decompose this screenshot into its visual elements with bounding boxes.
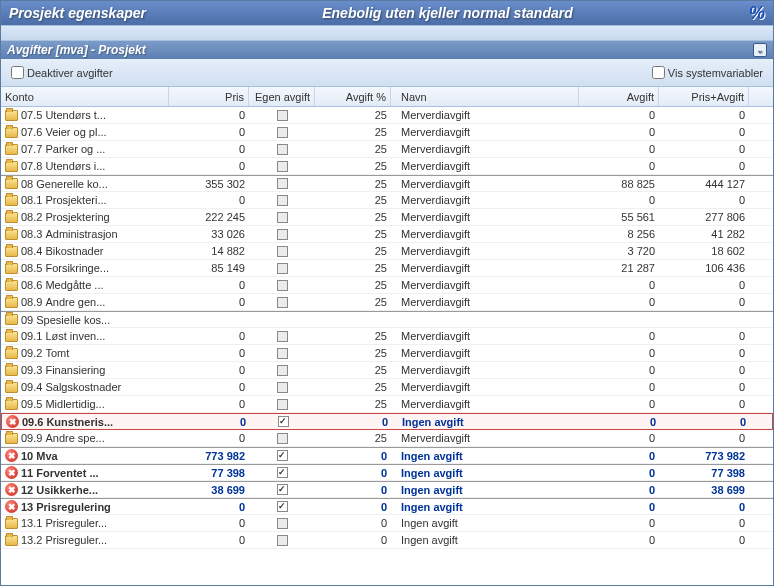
- cell-egen[interactable]: [249, 176, 315, 191]
- egen-checkbox[interactable]: [277, 382, 288, 393]
- egen-checkbox[interactable]: [277, 127, 288, 138]
- egen-checkbox[interactable]: [277, 433, 288, 444]
- section-subheader[interactable]: Avgifter [mva] - Prosjekt ⌄: [1, 41, 773, 59]
- cell-avgift: 3 720: [579, 243, 659, 259]
- egen-checkbox[interactable]: [277, 212, 288, 223]
- table-row[interactable]: 08.4 Bikostnader14 88225Merverdiavgift3 …: [1, 243, 773, 260]
- table-row[interactable]: 08.9 Andre gen...025Merverdiavgift00: [1, 294, 773, 311]
- cell-egen[interactable]: [249, 124, 315, 140]
- cell-egen[interactable]: [249, 141, 315, 157]
- cell-navn: [391, 312, 579, 327]
- cell-egen[interactable]: [249, 362, 315, 378]
- egen-checkbox[interactable]: ✓: [277, 450, 288, 461]
- egen-checkbox[interactable]: [277, 399, 288, 410]
- cell-egen[interactable]: [249, 277, 315, 293]
- cell-egen[interactable]: [249, 328, 315, 344]
- col-avgpct[interactable]: Avgift %: [315, 87, 391, 106]
- cell-egen[interactable]: [249, 294, 315, 310]
- cell-egen[interactable]: ✓: [249, 465, 315, 480]
- cell-egen[interactable]: [249, 226, 315, 242]
- egen-checkbox[interactable]: ✓: [278, 416, 289, 427]
- cell-egen[interactable]: [249, 243, 315, 259]
- egen-checkbox[interactable]: ✓: [277, 467, 288, 478]
- col-prisavg[interactable]: Pris+Avgift: [659, 87, 749, 106]
- table-row[interactable]: ✖12 Usikkerhe...38 699✓0Ingen avgift038 …: [1, 481, 773, 498]
- table-row[interactable]: 09.3 Finansiering025Merverdiavgift00: [1, 362, 773, 379]
- row-name: Mva: [36, 450, 57, 462]
- egen-checkbox[interactable]: [277, 229, 288, 240]
- egen-checkbox[interactable]: [277, 110, 288, 121]
- cell-egen[interactable]: [249, 107, 315, 123]
- egen-checkbox[interactable]: [277, 535, 288, 546]
- table-row[interactable]: ✖09.6 Kunstneris...0✓0Ingen avgift00: [1, 413, 773, 430]
- cell-egen[interactable]: [249, 260, 315, 276]
- egen-checkbox[interactable]: [277, 144, 288, 155]
- table-row[interactable]: 13.2 Prisreguler...00Ingen avgift00: [1, 532, 773, 549]
- deactivate-checkbox[interactable]: Deaktiver avgifter: [11, 66, 113, 79]
- cell-egen[interactable]: [249, 396, 315, 412]
- table-row[interactable]: 08.3 Administrasjon33 02625Merverdiavgif…: [1, 226, 773, 243]
- cell-egen[interactable]: [249, 209, 315, 225]
- egen-checkbox[interactable]: ✓: [277, 501, 288, 512]
- egen-checkbox[interactable]: [277, 297, 288, 308]
- table-row[interactable]: 07.8 Utendørs i...025Merverdiavgift00: [1, 158, 773, 175]
- cell-egen[interactable]: [249, 312, 315, 327]
- table-row[interactable]: 09.1 Løst inven...025Merverdiavgift00: [1, 328, 773, 345]
- collapse-icon[interactable]: ⌄: [753, 43, 767, 57]
- egen-checkbox[interactable]: [277, 518, 288, 529]
- cell-egen[interactable]: ✓: [250, 414, 316, 429]
- table-row[interactable]: ✖13 Prisregulering0✓0Ingen avgift00: [1, 498, 773, 515]
- cell-egen[interactable]: [249, 430, 315, 446]
- egen-checkbox[interactable]: [277, 161, 288, 172]
- table-row[interactable]: 09.2 Tomt025Merverdiavgift00: [1, 345, 773, 362]
- table-row[interactable]: 08.2 Prosjektering222 24525Merverdiavgif…: [1, 209, 773, 226]
- egen-checkbox[interactable]: [277, 365, 288, 376]
- row-code: 13.1: [21, 517, 42, 529]
- table-row[interactable]: 09 Spesielle kos...: [1, 311, 773, 328]
- table-body[interactable]: 07.5 Utendørs t...025Merverdiavgift0007.…: [1, 107, 773, 585]
- row-name: Forsikringe...: [45, 262, 109, 274]
- egen-checkbox[interactable]: [277, 195, 288, 206]
- cell-egen[interactable]: [249, 345, 315, 361]
- table-row[interactable]: ✖11 Forventet ...77 398✓0Ingen avgift077…: [1, 464, 773, 481]
- table-row[interactable]: 07.5 Utendørs t...025Merverdiavgift00: [1, 107, 773, 124]
- table-row[interactable]: 13.1 Prisreguler...00Ingen avgift00: [1, 515, 773, 532]
- table-row[interactable]: 07.7 Parker og ...025Merverdiavgift00: [1, 141, 773, 158]
- egen-checkbox[interactable]: [277, 280, 288, 291]
- table-row[interactable]: 08.1 Prosjekteri...025Merverdiavgift00: [1, 192, 773, 209]
- cell-egen[interactable]: [249, 158, 315, 174]
- sysvars-checkbox[interactable]: Vis systemvariabler: [652, 66, 763, 79]
- cell-egen[interactable]: [249, 192, 315, 208]
- col-egen[interactable]: Egen avgift: [249, 87, 315, 106]
- table-row[interactable]: 07.6 Veier og pl...025Merverdiavgift00: [1, 124, 773, 141]
- percent-icon[interactable]: %: [749, 3, 765, 24]
- col-navn[interactable]: Navn: [391, 87, 579, 106]
- deactivate-checkbox-input[interactable]: [11, 66, 24, 79]
- row-name: Prosjekteri...: [45, 194, 106, 206]
- egen-checkbox[interactable]: [277, 348, 288, 359]
- egen-checkbox[interactable]: [277, 331, 288, 342]
- cell-egen[interactable]: [249, 532, 315, 548]
- egen-checkbox[interactable]: [277, 263, 288, 274]
- cell-navn: Merverdiavgift: [391, 158, 579, 174]
- egen-checkbox[interactable]: ✓: [277, 484, 288, 495]
- cell-egen[interactable]: [249, 379, 315, 395]
- cell-egen[interactable]: ✓: [249, 482, 315, 497]
- egen-checkbox[interactable]: [277, 246, 288, 257]
- egen-checkbox[interactable]: [277, 178, 288, 189]
- table-row[interactable]: 09.5 Midlertidig...025Merverdiavgift00: [1, 396, 773, 413]
- col-pris[interactable]: Pris: [169, 87, 249, 106]
- cell-egen[interactable]: [249, 515, 315, 531]
- table-row[interactable]: 09.9 Andre spe...025Merverdiavgift00: [1, 430, 773, 447]
- col-avgift[interactable]: Avgift: [579, 87, 659, 106]
- table-row[interactable]: 08 Generelle ko...355 30225Merverdiavgif…: [1, 175, 773, 192]
- table-row[interactable]: 09.4 Salgskostnader025Merverdiavgift00: [1, 379, 773, 396]
- table-row[interactable]: 08.6 Medgåtte ...025Merverdiavgift00: [1, 277, 773, 294]
- table-row[interactable]: 08.5 Forsikringe...85 14925Merverdiavgif…: [1, 260, 773, 277]
- table-row[interactable]: ✖10 Mva773 982✓0Ingen avgift0773 982: [1, 447, 773, 464]
- sysvars-checkbox-input[interactable]: [652, 66, 665, 79]
- cell-egen[interactable]: ✓: [249, 448, 315, 463]
- cell-pris: 773 982: [169, 448, 249, 463]
- cell-egen[interactable]: ✓: [249, 499, 315, 514]
- col-konto[interactable]: Konto: [1, 87, 169, 106]
